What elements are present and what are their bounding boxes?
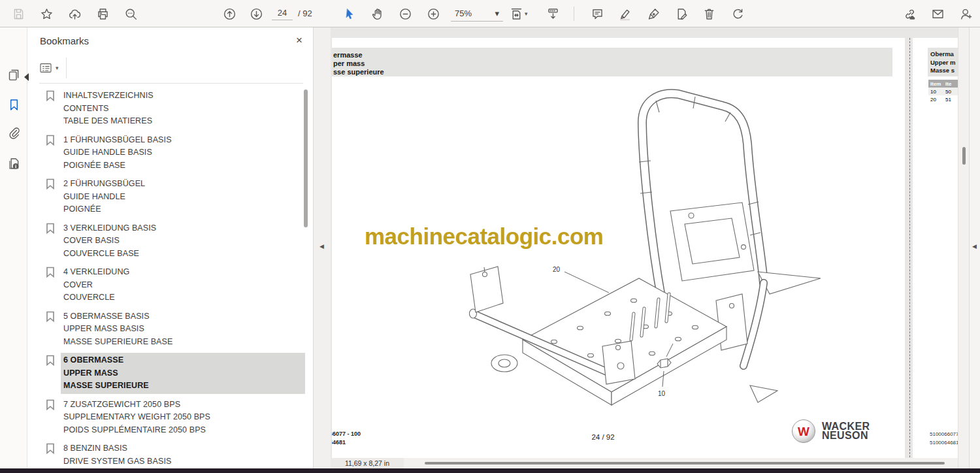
- bookmark-line: DRIVE SYSTEM GAS BASIS: [63, 455, 305, 468]
- bookmark-glyph-icon: [46, 223, 55, 234]
- next-page-button[interactable]: [247, 5, 265, 23]
- attachments-tab[interactable]: [5, 123, 23, 142]
- bookmark-line: INHALTSVERZEICHNIS: [63, 90, 305, 103]
- bookmark-item-text: INHALTSVERZEICHNISCONTENTSTABLE DES MATI…: [61, 88, 305, 129]
- highlight-button[interactable]: [615, 5, 634, 23]
- zoom-level-value: 75%: [455, 8, 472, 18]
- cell: 51: [945, 97, 958, 103]
- zoom-level-dropdown[interactable]: 75% ▾: [451, 6, 503, 22]
- page-total-label: / 92: [298, 8, 312, 18]
- fountain-pen-icon: [647, 7, 661, 21]
- bookmark-line: CONTENTS: [63, 103, 305, 116]
- bookmark-icon: [7, 98, 21, 112]
- table-row: 10 50: [928, 88, 958, 95]
- bookmark-item-text: 1 FÜHRUNGSBÜGEL BASISGUIDE HANDLE BASISP…: [61, 133, 305, 174]
- parts-table-header: Item Ite: [928, 80, 958, 88]
- previous-page-button[interactable]: [220, 5, 238, 23]
- page-navigation: / 92: [272, 6, 312, 20]
- bookmark-line: UPPER MASS: [63, 367, 305, 380]
- bookmark-item[interactable]: 6 OBERMASSEUPPER MASSMASSE SUPERIEURE: [46, 353, 307, 394]
- bookmark-item[interactable]: 3 VERKLEIDUNG BASISCOVER BASISCOUVERCLE …: [46, 221, 307, 262]
- chevron-down-icon[interactable]: ▾: [525, 10, 528, 17]
- page-thumbnails-tab[interactable]: [5, 65, 23, 84]
- hand-tool-button[interactable]: [368, 5, 386, 23]
- bookmark-item-text: 6 OBERMASSEUPPER MASSMASSE SUPERIEURE: [61, 353, 305, 394]
- sign-button[interactable]: [644, 5, 662, 23]
- advanced-search-button[interactable]: [122, 5, 140, 23]
- bookmark-line: POIGNÉE BASE: [63, 159, 305, 172]
- save-button[interactable]: [9, 5, 27, 23]
- bookmarks-scrollbar-thumb[interactable]: [304, 90, 308, 227]
- bookmark-item-text: 3 VERKLEIDUNG BASISCOVER BASISCOUVERCLE …: [61, 221, 305, 262]
- panel-pointer-notch: [24, 73, 29, 81]
- rotate-page-button[interactable]: [728, 5, 747, 23]
- page-header-line: per mass: [333, 59, 892, 68]
- bookmark-item-text: 7 ZUSATZGEWICHT 2050 BPSSUPPLEMENTARY WE…: [61, 397, 305, 438]
- vertical-scrollbar-thumb[interactable]: [962, 147, 966, 165]
- vertical-scrollbar[interactable]: [958, 27, 969, 468]
- bookmark-item[interactable]: 1 FÜHRUNGSBÜGEL BASISGUIDE HANDLE BASISP…: [46, 133, 307, 174]
- bookmark-glyph-icon: [46, 311, 55, 322]
- bookmark-item[interactable]: 4 VERKLEIDUNGCOVERCOUVERCLE: [46, 265, 307, 306]
- bookmark-item-text: 8 BENZIN BASISDRIVE SYSTEM GAS BASISENTR…: [61, 441, 305, 468]
- footer-doc-number: 5100064681: [930, 439, 958, 448]
- page-size-indicator: 11,69 x 8,27 in: [331, 458, 404, 468]
- part-label-10: 10: [658, 390, 666, 397]
- bookmark-item-text: 4 VERKLEIDUNGCOVERCOUVERCLE: [61, 265, 305, 306]
- share-upload-button[interactable]: [65, 5, 84, 23]
- bookmarks-options-button[interactable]: ▾: [39, 60, 67, 76]
- search-icon: [124, 7, 138, 21]
- bookmark-line: POIGNÉE: [63, 203, 305, 216]
- collapse-panel-arrow[interactable]: ◀: [319, 243, 324, 250]
- star-button[interactable]: [37, 5, 56, 23]
- bookmark-item[interactable]: 8 BENZIN BASISDRIVE SYSTEM GAS BASISENTR…: [46, 441, 307, 468]
- bookmark-item[interactable]: INHALTSVERZEICHNISCONTENTSTABLE DES MATI…: [46, 88, 307, 129]
- bookmark-line: UPPER MASS BASIS: [63, 323, 305, 336]
- bookmarks-tab[interactable]: [5, 95, 23, 114]
- star-icon: [40, 7, 54, 21]
- table-row: 20 51: [928, 95, 958, 103]
- edit-page-button[interactable]: [672, 5, 691, 23]
- cursor-icon: [343, 7, 357, 21]
- page-info-tab[interactable]: [5, 154, 23, 172]
- fragment-header-bar: Oberma Upper m Masse s: [928, 48, 958, 76]
- zoom-in-button[interactable]: [424, 5, 442, 23]
- bookmark-line: 1 FÜHRUNGSBÜGEL BASIS: [63, 134, 305, 147]
- page-number-input[interactable]: [272, 6, 293, 20]
- bookmark-glyph-icon: [46, 399, 55, 410]
- email-button[interactable]: [928, 5, 947, 23]
- collapse-tools-arrow[interactable]: ◀: [972, 243, 977, 250]
- comment-button[interactable]: [588, 5, 606, 23]
- share-link-button[interactable]: [900, 5, 919, 23]
- bookmark-glyph-icon: [46, 355, 55, 366]
- bookmark-item[interactable]: 2 FÜHRUNGSBÜGELGUIDE HANDLEPOIGNÉE: [46, 176, 307, 218]
- add-person-button[interactable]: [956, 5, 975, 23]
- bookmark-item[interactable]: 5 OBERMASSE BASISUPPER MASS BASISMASSE S…: [46, 309, 307, 350]
- save-icon: [12, 7, 25, 21]
- delete-page-button[interactable]: [700, 5, 718, 23]
- bookmark-line: 8 BENZIN BASIS: [63, 442, 305, 455]
- print-button[interactable]: [93, 5, 112, 23]
- document-view: ermasse per mass sse superieure machinec…: [331, 27, 958, 468]
- fit-page-button[interactable]: [507, 5, 525, 23]
- cloud-upload-icon: [68, 7, 82, 21]
- select-tool-button[interactable]: [340, 5, 359, 23]
- bookmark-line: MASSE SUPERIEURE: [63, 380, 305, 393]
- bookmarks-panel-title: Bookmarks: [40, 35, 89, 46]
- zoom-out-button[interactable]: [396, 5, 414, 23]
- panel-divider: [39, 83, 303, 84]
- highlighter-icon: [618, 7, 632, 21]
- horizontal-scrollbar-thumb[interactable]: [425, 462, 945, 465]
- bookmark-line: COVER: [63, 279, 305, 292]
- cell: 10: [928, 89, 945, 95]
- document-bottom-bar: 11,69 x 8,27 in: [331, 458, 958, 468]
- top-toolbar: / 92 75% ▾ ▾: [0, 0, 980, 27]
- close-panel-button[interactable]: ×: [291, 33, 307, 48]
- bookmark-line: 3 VERKLEIDUNG BASIS: [63, 222, 305, 235]
- bookmark-line: GUIDE HANDLE BASIS: [63, 146, 305, 159]
- bookmark-item[interactable]: 7 ZUSATZGEWICHT 2050 BPSSUPPLEMENTARY WE…: [46, 397, 307, 438]
- scrolling-mode-button[interactable]: [544, 5, 562, 23]
- logo-letter: W: [798, 425, 809, 438]
- bookmark-glyph-icon: [46, 443, 55, 454]
- trash-icon: [702, 7, 716, 21]
